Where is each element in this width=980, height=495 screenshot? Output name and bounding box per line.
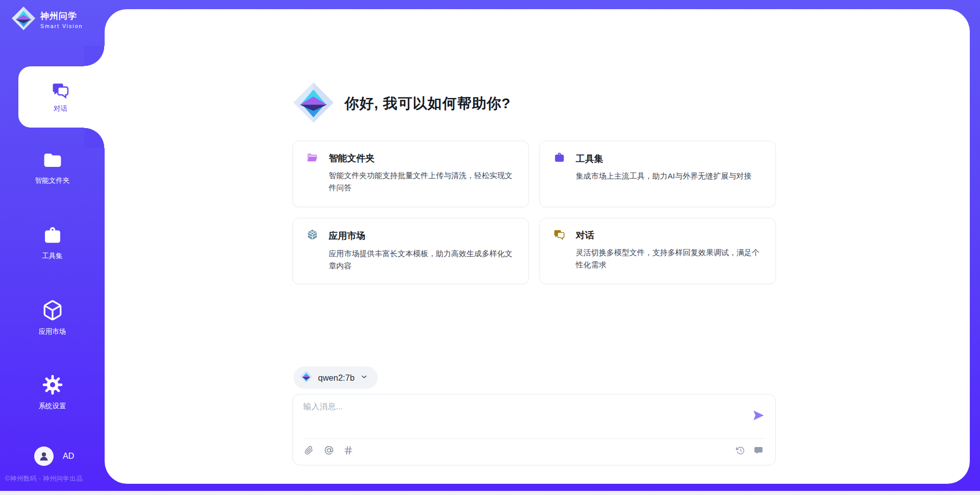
message-composer <box>292 394 776 465</box>
sidebar-item-label: 工具集 <box>42 252 63 261</box>
user-row[interactable]: AD <box>34 447 74 466</box>
folder-open-icon <box>306 152 318 165</box>
message-input[interactable] <box>303 402 742 433</box>
chevron-down-icon <box>360 373 369 383</box>
brand-name: 神州问学 <box>40 10 83 22</box>
sidebar-item-label: 应用市场 <box>39 327 66 336</box>
model-name: qwen2:7b <box>318 373 355 383</box>
card-chat[interactable]: 对话 灵活切换多模型文件，支持多样回复效果调试，满足个性化需求 <box>540 218 776 284</box>
paperclip-icon[interactable] <box>304 445 315 456</box>
chat-icon <box>51 81 70 101</box>
diamond-logo-icon <box>11 6 36 33</box>
gear-icon <box>42 374 63 398</box>
card-title: 工具集 <box>576 153 603 165</box>
card-description: 集成市场上主流工具，助力AI与外界无缝扩展与对接 <box>576 170 763 182</box>
card-app-market[interactable]: 应用市场 应用市场提供丰富长文本模板，助力高效生成多样化文章内容 <box>292 218 529 284</box>
cube-grid-icon <box>306 229 318 243</box>
avatar[interactable] <box>34 447 54 466</box>
comment-icon[interactable] <box>753 445 764 456</box>
hash-icon[interactable] <box>343 445 354 456</box>
person-icon <box>38 450 50 462</box>
card-title: 对话 <box>576 229 594 241</box>
model-selector[interactable]: qwen2:7b <box>293 366 378 389</box>
diamond-logo-icon <box>292 82 334 126</box>
sidebar: 神州问学 Smart Vision 对话 智能文件夹 工具集 <box>0 0 105 495</box>
diamond-logo-icon <box>300 370 313 385</box>
sidebar-item-label: 对话 <box>54 104 67 113</box>
main-panel: 你好, 我可以如何帮助你? 智能文件夹 智能文件夹功能支持批量文件上传与清洗，轻… <box>105 9 970 484</box>
card-smart-folder[interactable]: 智能文件夹 智能文件夹功能支持批量文件上传与清洗，轻松实现文件问答 <box>292 141 529 207</box>
brand-subtitle: Smart Vision <box>40 23 83 29</box>
sidebar-item-folders[interactable]: 智能文件夹 <box>0 151 105 185</box>
tab-fillet-top <box>84 46 105 66</box>
card-description: 应用市场提供丰富长文本模板，助力高效生成多样化文章内容 <box>329 247 516 272</box>
chat-icon <box>553 229 566 242</box>
tab-fillet-bottom <box>84 128 105 148</box>
briefcase-icon <box>553 152 566 165</box>
folder-icon <box>42 151 63 172</box>
sidebar-item-label: 系统设置 <box>39 402 66 411</box>
history-icon[interactable] <box>736 445 746 456</box>
cube-icon <box>42 300 63 323</box>
at-sign-icon[interactable] <box>324 445 334 456</box>
greeting-block: 你好, 我可以如何帮助你? <box>292 82 511 126</box>
composer-divider <box>303 438 765 439</box>
sidebar-item-chat[interactable]: 对话 <box>18 66 110 128</box>
card-description: 灵活切换多模型文件，支持多样回复效果调试，满足个性化需求 <box>576 246 763 271</box>
page-bottom-edge <box>0 491 980 495</box>
card-title: 应用市场 <box>329 230 365 242</box>
copyright-footer: ©神州数码 · 神州问学出品 <box>5 475 105 483</box>
briefcase-icon <box>42 225 63 247</box>
sidebar-item-market[interactable]: 应用市场 <box>0 300 105 336</box>
sidebar-item-tools[interactable]: 工具集 <box>0 225 105 261</box>
brand-logo-block: 神州问学 Smart Vision <box>11 6 83 33</box>
card-title: 智能文件夹 <box>329 152 375 164</box>
sidebar-item-settings[interactable]: 系统设置 <box>0 374 105 411</box>
card-description: 智能文件夹功能支持批量文件上传与清洗，轻松实现文件问答 <box>329 169 516 194</box>
sidebar-item-label: 智能文件夹 <box>35 176 70 185</box>
card-toolset[interactable]: 工具集 集成市场上主流工具，助力AI与外界无缝扩展与对接 <box>540 141 776 207</box>
user-initials: AD <box>63 452 74 461</box>
greeting-title: 你好, 我可以如何帮助你? <box>345 94 511 113</box>
send-icon[interactable] <box>752 409 765 422</box>
feature-cards: 智能文件夹 智能文件夹功能支持批量文件上传与清洗，轻松实现文件问答 工具集 集成… <box>292 141 776 284</box>
